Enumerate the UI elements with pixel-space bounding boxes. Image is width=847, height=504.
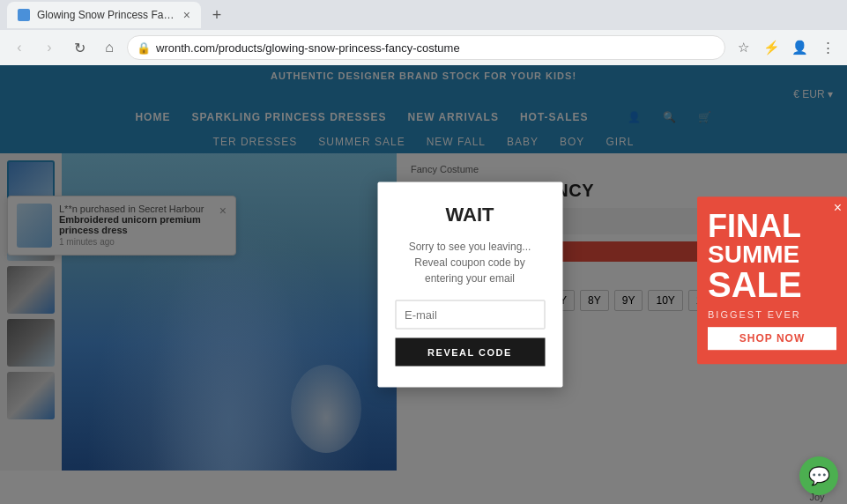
modal-title: WAIT <box>395 204 545 226</box>
tab-close-icon[interactable]: × <box>183 8 190 22</box>
browser-actions: ☆ ⚡ 👤 ⋮ <box>731 35 840 60</box>
tab-favicon <box>18 9 30 21</box>
lock-icon: 🔒 <box>137 41 151 55</box>
chat-label: Joy <box>791 492 843 502</box>
home-button[interactable]: ⌂ <box>97 35 122 60</box>
extension-icon[interactable]: ⚡ <box>759 35 784 60</box>
new-tab-button[interactable]: + <box>204 3 229 27</box>
page-content: AUTHENTIC DESIGNER BRAND STOCK FOR YOUR … <box>0 65 847 504</box>
refresh-button[interactable]: ↻ <box>67 35 92 60</box>
tab-title: Glowing Snow Princess Fancy Co... <box>37 9 176 21</box>
nav-bar: ‹ › ↻ ⌂ 🔒 wronth.com/products/glowing-sn… <box>0 30 847 65</box>
email-capture-modal: WAIT Sorry to see you leaving... Reveal … <box>377 182 562 388</box>
tab-bar: Glowing Snow Princess Fancy Co... × + <box>0 0 847 30</box>
back-button[interactable]: ‹ <box>7 35 32 60</box>
sale-biggest-text: BIGGEST EVER <box>708 309 836 320</box>
sale-sale-text: SALE <box>708 267 836 302</box>
bookmark-icon[interactable]: ☆ <box>731 35 755 60</box>
forward-button[interactable]: › <box>37 35 62 60</box>
shop-now-button[interactable]: SHOP NOW <box>708 327 836 350</box>
email-input[interactable] <box>395 300 545 330</box>
url-text: wronth.com/products/glowing-snow-princes… <box>156 41 460 55</box>
address-bar[interactable]: 🔒 wronth.com/products/glowing-snow-princ… <box>127 35 725 60</box>
sale-banner-close-icon[interactable]: × <box>834 200 842 216</box>
menu-icon[interactable]: ⋮ <box>815 35 840 60</box>
sale-banner: × FINAL SUMME SALE BIGGEST EVER SHOP NOW <box>697 196 847 364</box>
modal-description: Sorry to see you leaving... Reveal coupo… <box>395 239 545 286</box>
browser-chrome: Glowing Snow Princess Fancy Co... × + ‹ … <box>0 0 847 65</box>
chat-icon: 💬 <box>808 465 830 486</box>
chat-widget[interactable]: 💬 <box>799 456 838 495</box>
sale-summer-text: SUMME <box>708 242 836 267</box>
modal-overlay[interactable]: WAIT Sorry to see you leaving... Reveal … <box>0 65 847 504</box>
active-tab[interactable]: Glowing Snow Princess Fancy Co... × <box>7 2 201 28</box>
reveal-code-button[interactable]: REVEAL CODE <box>395 338 545 367</box>
profile-icon[interactable]: 👤 <box>787 35 812 60</box>
sale-final-text: FINAL <box>708 211 836 242</box>
